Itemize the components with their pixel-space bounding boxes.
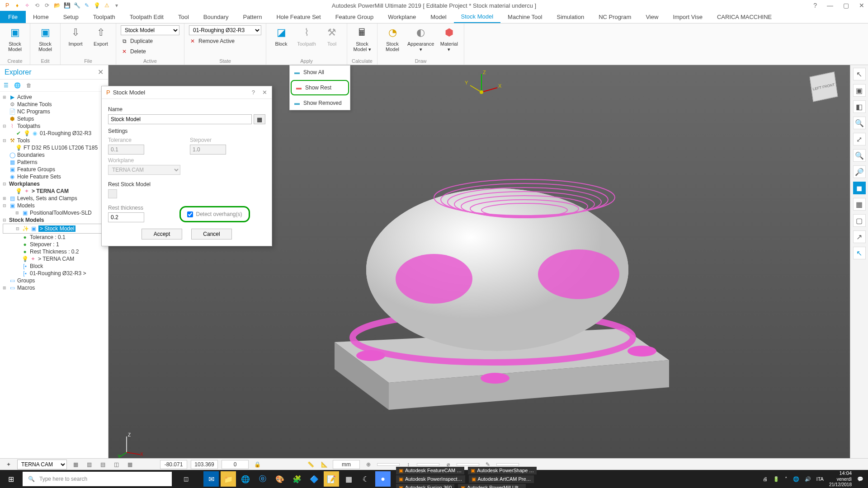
file-tab[interactable]: File bbox=[0, 11, 26, 23]
status-icon[interactable]: ▦ bbox=[71, 460, 80, 469]
calculate-button[interactable]: 🖩Stock Model ▾ bbox=[352, 25, 373, 52]
detect-overhang-checkbox[interactable]: Detect overhang(s) bbox=[179, 206, 250, 222]
tab-home[interactable]: Home bbox=[26, 11, 56, 23]
tab-machine-tool[interactable]: Machine Tool bbox=[500, 11, 549, 23]
status-workplane-select[interactable]: TERNA CAM bbox=[17, 460, 67, 469]
qat-save-icon[interactable]: 💾 bbox=[63, 2, 71, 9]
show-removed-item[interactable]: ▬Show Removed bbox=[290, 96, 350, 110]
tab-model[interactable]: Model bbox=[423, 11, 453, 23]
tab-workplane[interactable]: Workplane bbox=[381, 11, 423, 23]
tab-simulation[interactable]: Simulation bbox=[549, 11, 591, 23]
rtb-zoom-icon[interactable]: 🔍 bbox=[853, 117, 866, 129]
status-lock-icon[interactable]: 🔒 bbox=[252, 460, 262, 469]
accept-button[interactable]: Accept bbox=[142, 229, 182, 239]
tb-explorer-icon[interactable]: 📁 bbox=[221, 471, 236, 487]
apply-block-button[interactable]: ◪Block bbox=[271, 25, 292, 47]
show-all-item[interactable]: ▬Show All bbox=[290, 66, 350, 79]
appearance-button[interactable]: ◐Appearance ▾ bbox=[407, 25, 434, 52]
explorer-trash-icon[interactable]: 🗑 bbox=[26, 82, 32, 89]
cancel-button[interactable]: Cancel bbox=[191, 229, 232, 239]
status-icon[interactable]: ▥ bbox=[84, 460, 94, 469]
tab-toolpath-edit[interactable]: Toolpath Edit bbox=[123, 11, 171, 23]
taskbar-app[interactable]: ▣Autodesk PowerShape … bbox=[468, 467, 537, 474]
task-view-icon[interactable]: ◫ bbox=[178, 476, 193, 482]
taskbar-search[interactable]: 🔍Type here to search bbox=[23, 472, 172, 486]
tab-stock-model[interactable]: Stock Model bbox=[454, 11, 501, 23]
tab-setup[interactable]: Setup bbox=[56, 11, 86, 23]
rtb-cube2-icon[interactable]: ◧ bbox=[853, 100, 866, 113]
tab-feature-group[interactable]: Feature Group bbox=[328, 11, 381, 23]
rest-checkbox[interactable] bbox=[108, 189, 117, 198]
draw-stock-model-button[interactable]: ◔Stock Model bbox=[382, 25, 403, 52]
status-icon[interactable]: ▦ bbox=[125, 460, 135, 469]
rtb-cursor-icon[interactable]: ↖ bbox=[853, 68, 866, 80]
show-rest-item[interactable]: ▬Show Rest bbox=[291, 80, 349, 95]
taskbar-app[interactable]: ▣Autodesk FeatureCAM … bbox=[396, 467, 464, 474]
explorer-tool-icon[interactable]: ☰ bbox=[4, 82, 9, 89]
tb-zoom-icon[interactable]: ● bbox=[375, 471, 391, 487]
status-icon[interactable]: ▤ bbox=[98, 460, 108, 469]
qat-warning-icon[interactable]: ⚠ bbox=[103, 2, 110, 9]
rtb-pointer-icon[interactable]: ↖ bbox=[853, 247, 866, 259]
tab-import-vise[interactable]: Import Vise bbox=[665, 11, 710, 23]
dialog-name-button[interactable]: ▦ bbox=[254, 114, 265, 124]
taskbar-clock[interactable]: 14:04 venerdì 21/12/2018 bbox=[829, 470, 852, 487]
tab-pattern[interactable]: Pattern bbox=[236, 11, 269, 23]
tb-paint-icon[interactable]: 🎨 bbox=[272, 471, 288, 487]
qat-icon[interactable]: 🔧 bbox=[73, 2, 80, 9]
tb-outlook-icon[interactable]: ✉ bbox=[203, 471, 219, 487]
tray-chevron-icon[interactable]: ˄ bbox=[785, 476, 788, 482]
qat-icon[interactable]: ✧ bbox=[24, 2, 31, 9]
explorer-globe-icon[interactable]: 🌐 bbox=[14, 82, 21, 89]
view-cube[interactable]: LEFT FRONT bbox=[810, 71, 838, 102]
tb-ie-icon[interactable]: ⓔ bbox=[255, 471, 270, 487]
tab-nc-program[interactable]: NC Program bbox=[591, 11, 638, 23]
rtb-zoom3-icon[interactable]: 🔎 bbox=[853, 165, 866, 178]
taskbar-app[interactable]: ▣Autodesk Fusion 360 bbox=[396, 484, 454, 488]
apply-tool-button[interactable]: ⚒Tool bbox=[321, 25, 342, 47]
rtb-box-icon[interactable]: ▢ bbox=[853, 214, 866, 227]
qat-icon[interactable]: ⟳ bbox=[43, 2, 51, 9]
delete-button[interactable]: ✕Delete bbox=[121, 47, 146, 56]
tree-item-stock-model[interactable]: ⊟✨▣> Stock Model bbox=[3, 224, 106, 234]
tb-chrome-icon[interactable]: 🌐 bbox=[238, 471, 253, 487]
rtb-wire-icon[interactable]: ▦ bbox=[853, 198, 866, 211]
qat-icon[interactable]: ⟲ bbox=[33, 2, 41, 9]
status-wp-icon[interactable]: ✦ bbox=[4, 460, 14, 469]
tray-lang[interactable]: ITA bbox=[816, 476, 824, 482]
explorer-close-icon[interactable]: ✕ bbox=[98, 68, 104, 76]
minimize-icon[interactable]: — bbox=[827, 2, 833, 9]
state-select[interactable]: 01-Roughing Ø32-R3 bbox=[189, 25, 261, 35]
tray-icon[interactable]: 🖨 bbox=[763, 476, 768, 482]
status-measure-icon[interactable]: 📐 bbox=[319, 460, 329, 469]
material-button[interactable]: ⬢Material ▾ bbox=[439, 25, 459, 52]
qat-lightbulb-icon[interactable]: 💡 bbox=[93, 2, 100, 9]
qat-dropdown-icon[interactable]: ▾ bbox=[113, 2, 120, 9]
tb-app-icon[interactable]: ▦ bbox=[341, 471, 356, 487]
tb-note-icon[interactable]: 📝 bbox=[324, 471, 339, 487]
taskbar-app[interactable]: ▣Autodesk PowerInspect… bbox=[396, 475, 465, 483]
taskbar-app[interactable]: ▣Autodesk ArtCAM Pre… bbox=[469, 475, 534, 483]
duplicate-button[interactable]: ⧉Duplicate bbox=[121, 37, 153, 46]
tray-volume-icon[interactable]: 🔊 bbox=[805, 476, 811, 482]
tab-boundary[interactable]: Boundary bbox=[196, 11, 236, 23]
dialog-help-icon[interactable]: ? bbox=[252, 89, 255, 96]
start-button[interactable]: ⊞ bbox=[0, 475, 22, 483]
rtb-arrow-icon[interactable]: ↗ bbox=[853, 230, 866, 243]
close-icon[interactable]: ✕ bbox=[859, 2, 864, 9]
qat-icon[interactable]: ♦ bbox=[14, 2, 21, 9]
tab-tool[interactable]: Tool bbox=[171, 11, 196, 23]
dialog-name-input[interactable] bbox=[108, 114, 252, 124]
create-stock-model-button[interactable]: ▣Stock Model bbox=[5, 25, 25, 52]
rtb-cube-icon[interactable]: ▣ bbox=[853, 84, 866, 97]
tb-app-icon[interactable]: ☾ bbox=[358, 471, 373, 487]
qat-icon[interactable]: ✎ bbox=[83, 2, 90, 9]
rtb-zoom2-icon[interactable]: 🔍 bbox=[853, 149, 866, 162]
qat-open-icon[interactable]: 📂 bbox=[53, 2, 61, 9]
rest-thickness-input[interactable] bbox=[108, 212, 144, 222]
rtb-shade-icon[interactable]: ◼ bbox=[853, 182, 866, 194]
help-icon[interactable]: ? bbox=[813, 2, 817, 9]
tab-hole-feature-set[interactable]: Hole Feature Set bbox=[269, 11, 328, 23]
remove-active-button[interactable]: ✕Remove Active bbox=[189, 37, 235, 46]
active-stockmodel-select[interactable]: Stock Model bbox=[121, 25, 179, 35]
